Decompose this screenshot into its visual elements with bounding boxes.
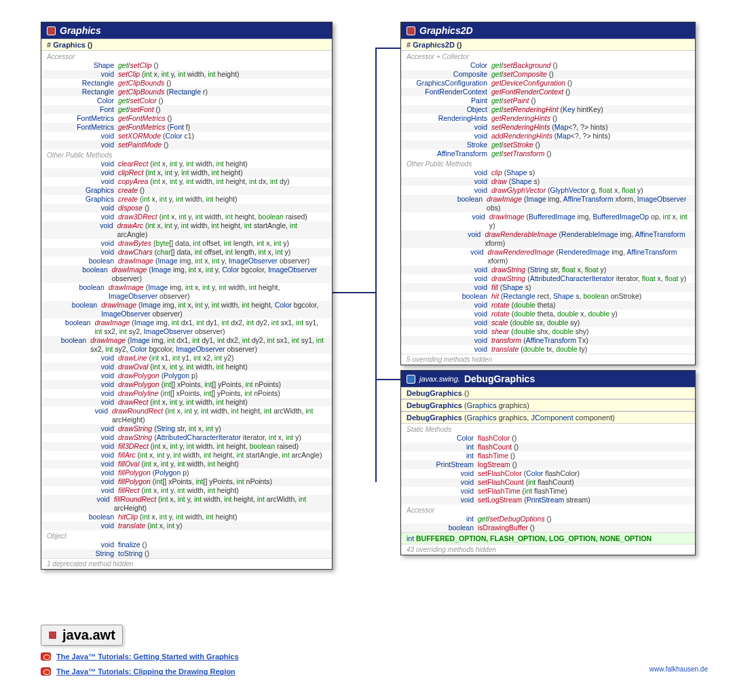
method-row[interactable]: voiddispose ()	[41, 204, 332, 213]
method-row[interactable]: voiddrawRoundRect (int x, int y, int wid…	[41, 407, 332, 424]
method-row[interactable]: voiddrawPolyline (int[] xPoints, int[] y…	[41, 389, 332, 398]
method-row[interactable]: voiddrawArc (int x, int y, int width, in…	[41, 221, 332, 239]
method-row[interactable]: voidfillPolygon (Polygon p)	[41, 468, 332, 477]
method-row[interactable]: voidtransform (AffineTransform Tx)	[401, 336, 695, 345]
method-row[interactable]: voidfill3DRect (int x, int y, int width,…	[41, 442, 332, 451]
method-row[interactable]: voidcopyArea (int x, int y, int width, i…	[41, 177, 332, 186]
tutorial-link[interactable]: The Java™ Tutorials: Getting Started wit…	[41, 652, 239, 661]
method-row[interactable]: voiddrawString (String str, float x, flo…	[401, 265, 695, 274]
constructor[interactable]: DebugGraphics (Graphics graphics)	[401, 399, 695, 411]
tutorial-link[interactable]: The Java™ Tutorials: Clipping the Drawin…	[41, 667, 239, 676]
method-row[interactable]: voidsetFlashTime (int flashTime)	[401, 487, 695, 496]
method-row[interactable]: voidsetFlashColor (Color flashColor)	[401, 469, 695, 478]
method-row[interactable]: RectanglegetClipBounds (Rectangle r)	[41, 88, 332, 96]
method-row[interactable]: booleandrawImage (Image img, AffineTrans…	[401, 195, 695, 213]
method-row[interactable]: RenderingHintsgetRenderingHints ()	[401, 114, 695, 123]
method-row[interactable]: ColorflashColor ()	[401, 434, 695, 443]
section-accessor: Accessor + Collector	[401, 51, 695, 61]
constructor[interactable]: # Graphics2D ()	[401, 39, 695, 51]
method-row[interactable]: voidclip (Shape s)	[401, 168, 695, 177]
method-row[interactable]: voiddrawString (AttributedCharacterItera…	[401, 274, 695, 283]
method-row[interactable]: voidsetXORMode (Color c1)	[41, 132, 332, 141]
method-row[interactable]: GraphicsConfigurationgetDeviceConfigurat…	[401, 79, 695, 88]
method-row[interactable]: Paintget/setPaint ()	[401, 96, 695, 105]
method-row[interactable]: booleandrawImage (Image img, int x, int …	[41, 301, 332, 318]
method-row[interactable]: booleandrawImage (Image img, int x, int …	[41, 257, 332, 265]
method-row[interactable]: voidclipRect (int x, int y, int width, i…	[41, 168, 332, 177]
method-row[interactable]: voidsetPaintMode ()	[41, 141, 332, 149]
method-row[interactable]: Colorget/setBackground ()	[401, 61, 695, 70]
class-box-graphics2d: Graphics2D # Graphics2D () Accessor + Co…	[400, 22, 696, 365]
method-row[interactable]: voidrotate (double theta, double x, doub…	[401, 310, 695, 318]
method-row[interactable]: voidfillArc (int x, int y, int width, in…	[41, 451, 332, 460]
method-row[interactable]: voiddrawGlyphVector (GlyphVector g, floa…	[401, 186, 695, 195]
package-title: java.awt	[41, 625, 123, 646]
method-row[interactable]: Compositeget/setComposite ()	[401, 70, 695, 79]
method-row[interactable]: voiddrawPolygon (Polygon p)	[41, 371, 332, 380]
method-row[interactable]: Objectget/setRenderingHint (Key hintKey)	[401, 105, 695, 114]
method-row[interactable]: voidtranslate (int x, int y)	[41, 521, 332, 530]
method-row[interactable]: Fontget/setFont ()	[41, 105, 332, 114]
method-row[interactable]: voidscale (double sx, double sy)	[401, 318, 695, 327]
method-row[interactable]: Colorget/setColor ()	[41, 96, 332, 105]
class-title: Graphics	[60, 25, 101, 36]
method-row[interactable]: voiddrawChars (char[] data, int offset, …	[41, 248, 332, 257]
method-row[interactable]: RectanglegetClipBounds ()	[41, 79, 332, 88]
method-row[interactable]: booleanhitClip (int x, int y, int width,…	[41, 513, 332, 521]
constructor[interactable]: # Graphics ()	[41, 39, 332, 51]
method-row[interactable]: booleandrawImage (Image img, int dx1, in…	[41, 336, 332, 354]
method-row[interactable]: voiddrawString (String str, int x, int y…	[41, 424, 332, 433]
method-row[interactable]: voidrotate (double theta)	[401, 301, 695, 310]
method-row[interactable]: AffineTransformget/setTransform ()	[401, 149, 695, 158]
connector	[375, 379, 402, 380]
method-row[interactable]: voiddrawPolygon (int[] xPoints, int[] yP…	[41, 380, 332, 389]
method-row[interactable]: voidsetClip (int x, int y, int width, in…	[41, 70, 332, 79]
method-row[interactable]: voidsetRenderingHints (Map<?, ?> hints)	[401, 123, 695, 132]
connector	[375, 48, 402, 49]
method-row[interactable]: booleandrawImage (Image img, int dx1, in…	[41, 318, 332, 336]
method-row[interactable]: voiddraw3DRect (int x, int y, int width,…	[41, 213, 332, 221]
method-row[interactable]: Shapeget/setClip ()	[41, 61, 332, 70]
method-row[interactable]: voidsetFlashCount (int flashCount)	[401, 478, 695, 487]
method-row[interactable]: intflashCount ()	[401, 443, 695, 452]
method-row[interactable]: PrintStreamlogStream ()	[401, 460, 695, 469]
method-row[interactable]: booleanhit (Rectangle rect, Shape s, boo…	[401, 292, 695, 301]
class-header: Graphics2D	[401, 22, 695, 39]
method-row[interactable]: voidfillRect (int x, int y, int width, i…	[41, 486, 332, 495]
method-row[interactable]: voiddrawRenderableImage (RenderableImage…	[401, 230, 695, 248]
credit-link[interactable]: www.falkhausen.de	[649, 665, 708, 673]
method-row[interactable]: voiddrawRect (int x, int y, int width, i…	[41, 398, 332, 407]
method-row[interactable]: voidclearRect (int x, int y, int width, …	[41, 160, 332, 168]
method-row[interactable]: intflashTime ()	[401, 452, 695, 460]
class-title: Graphics2D	[419, 25, 473, 36]
method-row[interactable]: intget/setDebugOptions ()	[401, 515, 695, 523]
method-row[interactable]: voiddrawLine (int x1, int y1, int x2, in…	[41, 354, 332, 363]
method-row[interactable]: booleandrawImage (Image img, int x, int …	[41, 283, 332, 301]
method-row[interactable]: voidshear (double shx, double shy)	[401, 327, 695, 336]
method-row[interactable]: voidsetLogStream (PrintStream stream)	[401, 496, 695, 504]
method-row[interactable]: booleandrawImage (Image img, int x, int …	[41, 265, 332, 283]
method-row[interactable]: voidfill (Shape s)	[401, 283, 695, 292]
method-row[interactable]: Strokeget/setStroke ()	[401, 141, 695, 149]
method-row[interactable]: Graphicscreate (int x, int y, int width,…	[41, 195, 332, 204]
method-row[interactable]: voidfinalize ()	[41, 540, 332, 549]
method-row[interactable]: FontMetricsgetFontMetrics ()	[41, 114, 332, 123]
method-row[interactable]: FontMetricsgetFontMetrics (Font f)	[41, 123, 332, 132]
method-row[interactable]: voiddrawString (AttributedCharacterItera…	[41, 433, 332, 442]
method-row[interactable]: voiddrawImage (BufferedImage img, Buffer…	[401, 213, 695, 230]
method-row[interactable]: voidtranslate (double tx, double ty)	[401, 345, 695, 354]
method-row[interactable]: FontRenderContextgetFontRenderContext ()	[401, 88, 695, 96]
constructor[interactable]: DebugGraphics (Graphics graphics, JCompo…	[401, 411, 695, 424]
method-row[interactable]: voidaddRenderingHints (Map<?, ?> hints)	[401, 132, 695, 141]
method-row[interactable]: voiddraw (Shape s)	[401, 177, 695, 186]
method-row[interactable]: voiddrawRenderedImage (RenderedImage img…	[401, 248, 695, 265]
method-row[interactable]: Graphicscreate ()	[41, 186, 332, 195]
method-row[interactable]: voidfillRoundRect (int x, int y, int wid…	[41, 495, 332, 513]
method-row[interactable]: voidfillPolygon (int[] xPoints, int[] yP…	[41, 477, 332, 486]
method-row[interactable]: booleanisDrawingBuffer ()	[401, 523, 695, 532]
method-row[interactable]: voidfillOval (int x, int y, int width, i…	[41, 460, 332, 468]
method-row[interactable]: voiddrawBytes (byte[] data, int offset, …	[41, 239, 332, 248]
method-row[interactable]: StringtoString ()	[41, 549, 332, 558]
method-row[interactable]: voiddrawOval (int x, int y, int width, i…	[41, 363, 332, 371]
constructor[interactable]: DebugGraphics ()	[401, 387, 695, 399]
